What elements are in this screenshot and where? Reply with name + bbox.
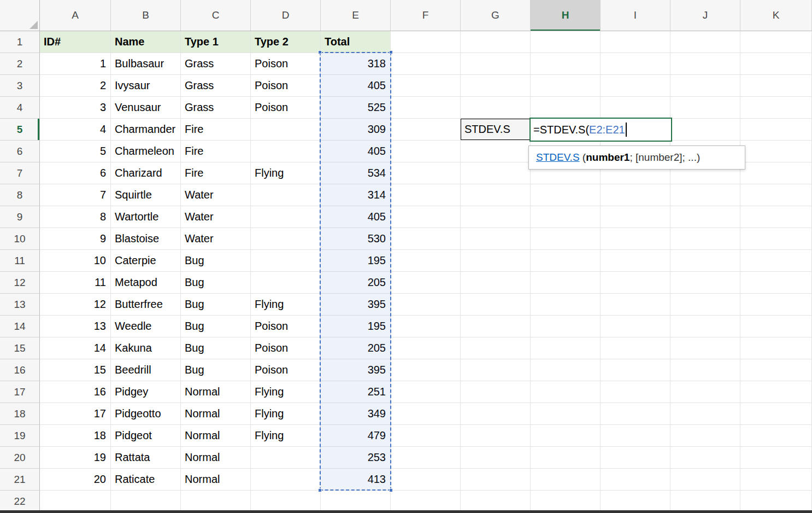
cell-D1[interactable]: Type 2 — [251, 31, 321, 53]
cell-H22[interactable] — [531, 491, 601, 512]
row-header-8[interactable]: 8 — [0, 184, 40, 206]
cell-C6[interactable]: Fire — [181, 141, 251, 162]
cell-H21[interactable] — [531, 469, 601, 491]
cell-F8[interactable] — [391, 184, 461, 206]
cell-B5[interactable]: Charmander — [111, 119, 181, 141]
cell-I12[interactable] — [601, 272, 670, 294]
cell-B7[interactable]: Charizard — [111, 162, 181, 184]
cell-F15[interactable] — [391, 337, 461, 359]
row-header-2[interactable]: 2 — [0, 53, 40, 75]
cell-F16[interactable] — [391, 359, 461, 381]
cell-B17[interactable]: Pidgey — [111, 381, 181, 403]
cell-A14[interactable]: 13 — [40, 316, 111, 337]
cell-J4[interactable] — [670, 97, 740, 119]
cell-K12[interactable] — [740, 272, 812, 294]
cell-A12[interactable]: 11 — [40, 272, 111, 294]
cell-D21[interactable] — [251, 469, 321, 491]
cell-C4[interactable]: Grass — [181, 97, 251, 119]
cell-A2[interactable]: 1 — [40, 53, 111, 75]
cell-B9[interactable]: Wartortle — [111, 206, 181, 228]
cell-C21[interactable]: Normal — [181, 469, 251, 491]
row-header-1[interactable]: 1 — [0, 31, 40, 53]
cell-D4[interactable]: Poison — [251, 97, 321, 119]
row-header-19[interactable]: 19 — [0, 425, 40, 447]
cell-G6[interactable] — [461, 141, 531, 162]
cell-B2[interactable]: Bulbasaur — [111, 53, 181, 75]
row-header-3[interactable]: 3 — [0, 75, 40, 97]
cell-C1[interactable]: Type 1 — [181, 31, 251, 53]
cell-B8[interactable]: Squirtle — [111, 184, 181, 206]
cell-B10[interactable]: Blastoise — [111, 228, 181, 250]
cell-A18[interactable]: 17 — [40, 403, 111, 425]
cell-I10[interactable] — [601, 228, 670, 250]
row-header-18[interactable]: 18 — [0, 403, 40, 425]
cell-D9[interactable] — [251, 206, 321, 228]
cell-A17[interactable]: 16 — [40, 381, 111, 403]
cell-I8[interactable] — [601, 184, 670, 206]
cell-E2[interactable]: 318 — [321, 53, 391, 75]
cell-E20[interactable]: 253 — [321, 447, 391, 469]
cell-F13[interactable] — [391, 294, 461, 316]
cell-E3[interactable]: 405 — [321, 75, 391, 97]
cell-H12[interactable] — [531, 272, 601, 294]
cell-F2[interactable] — [391, 53, 461, 75]
cell-I9[interactable] — [601, 206, 670, 228]
col-header-A[interactable]: A — [40, 0, 111, 31]
cell-D10[interactable] — [251, 228, 321, 250]
cell-C18[interactable]: Normal — [181, 403, 251, 425]
cell-J19[interactable] — [670, 425, 740, 447]
cell-B20[interactable]: Rattata — [111, 447, 181, 469]
cell-D19[interactable]: Flying — [251, 425, 321, 447]
range-handle[interactable] — [318, 50, 322, 54]
cell-G16[interactable] — [461, 359, 531, 381]
cell-B1[interactable]: Name — [111, 31, 181, 53]
cell-I4[interactable] — [601, 97, 670, 119]
cell-A6[interactable]: 5 — [40, 141, 111, 162]
cell-A20[interactable]: 19 — [40, 447, 111, 469]
cell-I15[interactable] — [601, 337, 670, 359]
cell-C17[interactable]: Normal — [181, 381, 251, 403]
cell-A19[interactable]: 18 — [40, 425, 111, 447]
cell-I13[interactable] — [601, 294, 670, 316]
cell-J17[interactable] — [670, 381, 740, 403]
cell-F21[interactable] — [391, 469, 461, 491]
cell-K20[interactable] — [740, 447, 812, 469]
cell-E1[interactable]: Total — [321, 31, 391, 53]
col-header-K[interactable]: K — [740, 0, 812, 31]
cell-I18[interactable] — [601, 403, 670, 425]
cell-D2[interactable]: Poison — [251, 53, 321, 75]
cell-J10[interactable] — [670, 228, 740, 250]
row-header-20[interactable]: 20 — [0, 447, 40, 469]
cell-J15[interactable] — [670, 337, 740, 359]
cell-K8[interactable] — [740, 184, 812, 206]
cell-F19[interactable] — [391, 425, 461, 447]
cell-D5[interactable] — [251, 119, 321, 141]
cell-I2[interactable] — [601, 53, 670, 75]
cell-H10[interactable] — [531, 228, 601, 250]
cell-J18[interactable] — [670, 403, 740, 425]
row-header-5[interactable]: 5 — [0, 119, 40, 141]
cell-B16[interactable]: Beedrill — [111, 359, 181, 381]
cell-B3[interactable]: Ivysaur — [111, 75, 181, 97]
cell-G2[interactable] — [461, 53, 531, 75]
cell-J16[interactable] — [670, 359, 740, 381]
col-header-I[interactable]: I — [601, 0, 670, 31]
cell-K13[interactable] — [740, 294, 812, 316]
cell-J8[interactable] — [670, 184, 740, 206]
cell-B22[interactable] — [111, 491, 181, 512]
cell-B4[interactable]: Venusaur — [111, 97, 181, 119]
cell-E18[interactable]: 349 — [321, 403, 391, 425]
cell-H2[interactable] — [531, 53, 601, 75]
cell-D3[interactable]: Poison — [251, 75, 321, 97]
row-header-21[interactable]: 21 — [0, 469, 40, 491]
cell-K4[interactable] — [740, 97, 812, 119]
cell-B6[interactable]: Charmeleon — [111, 141, 181, 162]
cell-G15[interactable] — [461, 337, 531, 359]
cell-B18[interactable]: Pidgeotto — [111, 403, 181, 425]
cell-F20[interactable] — [391, 447, 461, 469]
cell-G20[interactable] — [461, 447, 531, 469]
cell-K15[interactable] — [740, 337, 812, 359]
cell-I22[interactable] — [601, 491, 670, 512]
cell-G22[interactable] — [461, 491, 531, 512]
cell-E17[interactable]: 251 — [321, 381, 391, 403]
